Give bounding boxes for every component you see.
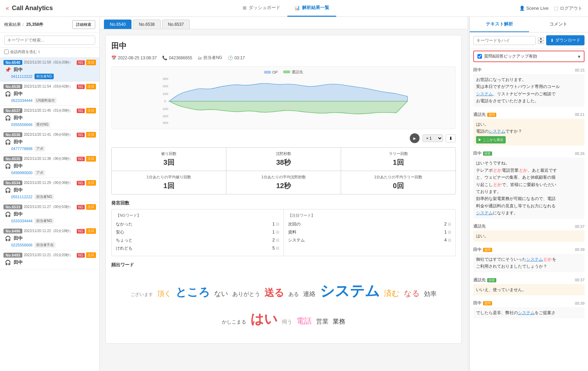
attention-word-row: システム4 回 bbox=[288, 236, 451, 244]
transcript-block: 田中質問 00:39 御社ではすでにそういったシステムとかをご利用されておりまし… bbox=[473, 247, 585, 272]
logout-icon: ⬚ bbox=[554, 6, 558, 11]
analytics-icon: 📊 bbox=[294, 5, 300, 10]
svg-text:200: 200 bbox=[163, 114, 168, 118]
transcript-speaker-row: 田中質問 00:39 bbox=[473, 300, 585, 306]
item-tag: LN資料送付 bbox=[35, 98, 56, 103]
stat-cell: 被り回数3回 bbox=[112, 148, 226, 171]
svg-text:100: 100 bbox=[163, 92, 168, 96]
sidebar: 検索結果： 25,358件 詳細検索 会話内容を含む ℹ No.6540 202… bbox=[0, 17, 100, 371]
nav-analytics[interactable]: 📊 解析結果一覧 bbox=[287, 0, 336, 17]
right-tab-text-analysis[interactable]: テキスト解析 bbox=[470, 17, 529, 32]
word-text: システム bbox=[288, 237, 305, 243]
stat-cell: ラリー回数1回 bbox=[341, 148, 455, 171]
item-name: 田中 bbox=[14, 91, 23, 97]
transcript-block: 田中 00:15 お世話になっております。実は本日ですがアウトバウンド専用のコー… bbox=[473, 67, 585, 107]
phone-icon: 📞 bbox=[162, 55, 167, 60]
right-tab-comment[interactable]: コメント bbox=[529, 17, 588, 32]
keyword-input[interactable] bbox=[473, 36, 536, 45]
call-title: 田中 bbox=[111, 41, 456, 51]
attention-word-row: 次回の2 回 bbox=[288, 220, 451, 228]
ng-word-row: けれども5 回 bbox=[116, 244, 279, 252]
headset-icon: 🎧 bbox=[5, 139, 11, 145]
headset-icon: 🎧 bbox=[5, 163, 11, 169]
folder-icon: 🗂 bbox=[198, 55, 202, 60]
sort-up-button[interactable]: ▲ bbox=[538, 37, 544, 40]
list-item[interactable]: No.6493 2022/11/20 11:21（01分20秒） NG 注目 🎧… bbox=[0, 250, 99, 269]
freq-word-section: 頻出ワード ございます頂くところないありがとう送るある連絡システム済むなる効率か… bbox=[111, 262, 456, 338]
right-toolbar: ▲ ▼ ⬇ ダウンロード bbox=[470, 32, 588, 49]
item-tag: 担当者NG bbox=[35, 194, 54, 200]
play-button[interactable]: ▶ bbox=[410, 133, 420, 143]
list-item[interactable]: No.6496 2022/11/20 11:22（01分18秒） NG 注目 🎧… bbox=[0, 226, 99, 250]
waveform-legend: OP 通話先 bbox=[114, 69, 453, 75]
list-item[interactable]: No.6540 2022/11/20 11:59（02分20秒） NG 注目 📌… bbox=[0, 58, 99, 82]
stat-label: 1分あたりの平均ラリー回数 bbox=[345, 175, 451, 180]
stat-value: 0回 bbox=[345, 181, 451, 191]
download-small-button[interactable]: ⬇ bbox=[446, 134, 456, 142]
detail-search-button[interactable]: 詳細検索 bbox=[72, 20, 95, 29]
item-name: 田中 bbox=[14, 187, 23, 193]
highlight-toka: とか bbox=[493, 168, 502, 173]
speed-select[interactable]: × 1 × 1.5 × 2 bbox=[422, 134, 443, 142]
transcript-time: 00:15 bbox=[575, 68, 585, 72]
item-phone: 0551112222 bbox=[11, 195, 32, 199]
ng-word-row: なかった1 回 bbox=[116, 220, 279, 228]
include-content-checkbox[interactable] bbox=[4, 50, 9, 54]
calendar-icon: 📅 bbox=[111, 55, 116, 60]
tab-item[interactable]: No.6538 bbox=[133, 20, 160, 29]
transcript-badge: 回答 bbox=[483, 151, 492, 156]
word-cloud-item: ない bbox=[214, 287, 228, 300]
list-item[interactable]: No.6533 2022/11/20 11:27（00分53秒） NG 注目 🎧… bbox=[0, 202, 99, 226]
word-cloud-item: ございます bbox=[130, 290, 153, 298]
meta-date: 📅 2022-08-25 13:08:37 bbox=[111, 55, 157, 60]
attention-word-col: 【注目ワード】 次回の2 回資料1 回システム4 回 bbox=[284, 209, 455, 256]
svg-text:300: 300 bbox=[163, 121, 168, 125]
word-count: 1 回 bbox=[272, 230, 279, 235]
search-input[interactable] bbox=[4, 36, 95, 45]
user-icon: 👤 bbox=[519, 6, 525, 11]
word-text: なかった bbox=[116, 221, 133, 227]
transcript-speaker: 通話先質問 bbox=[473, 112, 496, 118]
word-text: 資料 bbox=[288, 229, 296, 235]
transcript-block: 通話先質問 00:21 はい。電話のシステムですか？▶ ここから再生 bbox=[473, 112, 585, 146]
qa-checkbox[interactable] bbox=[477, 54, 482, 59]
transcript-time: 00:39 bbox=[575, 247, 585, 252]
sort-down-button[interactable]: ▼ bbox=[538, 40, 544, 44]
list-item[interactable]: No.6536 2022/11/20 11:41（06分55秒） NG 注目 🎧… bbox=[0, 130, 99, 154]
word-counts-grid: 【NGワード】 なかった1 回安心1 回ちょっと2 回けれども5 回 【注目ワー… bbox=[111, 209, 456, 256]
word-cloud-item: ところ bbox=[175, 282, 210, 303]
logout-btn[interactable]: ⬚ ログアウト bbox=[554, 5, 582, 12]
list-item[interactable]: No.6534 2022/11/20 11:29（00分36秒） NG 注目 🎧… bbox=[0, 178, 99, 202]
download-main-button[interactable]: ⬇ ダウンロード bbox=[546, 35, 585, 45]
app-body: 検索結果： 25,358件 詳細検索 会話内容を含む ℹ No.6540 202… bbox=[0, 17, 588, 371]
word-cloud-item: かしこまる bbox=[222, 318, 246, 326]
headset-icon: 🎧 bbox=[5, 236, 11, 241]
headset-icon: 🎧 bbox=[5, 187, 11, 193]
highlight-toka: とか bbox=[493, 182, 502, 187]
stat-label: 沈黙秒数 bbox=[231, 151, 337, 156]
transcript-text: でしたら是非、弊社のシステムをご提案さ bbox=[473, 307, 585, 318]
qa-dropdown-arrow[interactable]: ▾ bbox=[578, 54, 580, 59]
freq-section-title: 頻出ワード bbox=[111, 262, 456, 268]
headset-icon: 🎧 bbox=[5, 260, 11, 265]
list-item[interactable]: No.6535 2022/11/20 11:38（06分38秒） NG 注目 🎧… bbox=[0, 154, 99, 178]
item-tag: アポ bbox=[35, 170, 45, 176]
word-cloud-item: システム bbox=[320, 278, 380, 304]
meta-duration: 🕐 03:17 bbox=[228, 55, 245, 60]
replay-button[interactable]: ▶ ここから再生 bbox=[476, 136, 506, 143]
transcript-speaker: 通話先回答 bbox=[473, 277, 496, 283]
user-info: 👤 Scene Live bbox=[519, 6, 549, 11]
list-item[interactable]: No.6538 2022/11/20 11:54（03分42秒） NG 注目 🎧… bbox=[0, 82, 99, 106]
tab-item[interactable]: No.6537 bbox=[162, 20, 190, 29]
item-phone: 0523334444 bbox=[11, 98, 32, 103]
transcript-time: 00:37 bbox=[575, 224, 585, 229]
tab-item[interactable]: No.6540 bbox=[104, 20, 131, 29]
word-count: 1 回 bbox=[444, 230, 451, 235]
transcript-badge: 質問 bbox=[487, 113, 496, 117]
word-cloud-item: ある bbox=[288, 289, 299, 299]
word-cloud-item: ありがとう bbox=[232, 289, 260, 299]
nav-dashboard[interactable]: ⊞ ダッシュボード bbox=[236, 0, 287, 17]
transcript-speaker-row: 田中回答 00:26 bbox=[473, 150, 585, 156]
transcript-badge: 回答 bbox=[487, 278, 496, 282]
list-item[interactable]: No.6537 2022/11/20 11:45（01分39秒） NG 注目 🎧… bbox=[0, 106, 99, 130]
